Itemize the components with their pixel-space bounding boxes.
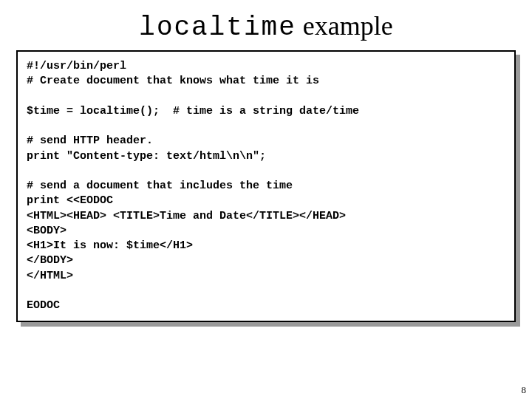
code-container: #!/usr/bin/perl # Create document that k… xyxy=(16,50,516,322)
title-rest: example xyxy=(296,11,393,41)
slide-title: localtime example xyxy=(0,10,532,43)
code-block: #!/usr/bin/perl # Create document that k… xyxy=(16,50,516,322)
page-number: 8 xyxy=(522,384,527,396)
title-mono: localtime xyxy=(139,13,296,43)
